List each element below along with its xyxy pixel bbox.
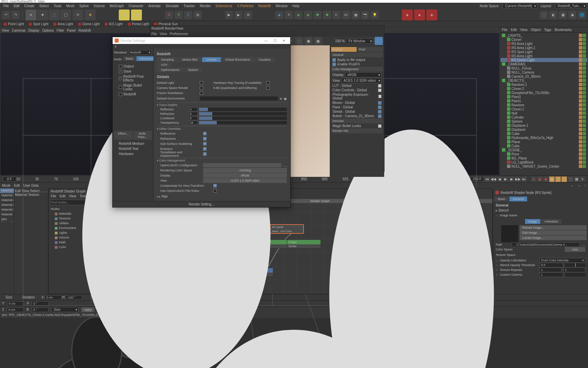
menu-select[interactable]: Select [37, 3, 51, 9]
basic-tab[interactable]: Basic [494, 197, 509, 201]
prev-key-icon[interactable]: ◀◀ [491, 177, 496, 182]
area-light-button[interactable]: Area Light [51, 22, 75, 26]
tree-item[interactable]: DryopterisFilix_72c1606c [501, 91, 587, 95]
rv-view[interactable]: View [160, 32, 167, 36]
play-icon[interactable]: ▶ [503, 177, 508, 182]
sgm-tools[interactable]: Tools [80, 194, 87, 198]
colmgmt-group[interactable]: Color Management [157, 159, 287, 162]
transparency-input[interactable]: 16 [189, 121, 198, 125]
goto-start-icon[interactable]: ⏮ [485, 177, 490, 182]
shader-node[interactable]: terisFilix_72c1606c_8K_Normal : TOut Col… [178, 246, 224, 255]
tag-icon[interactable]: 🏷 [342, 11, 350, 19]
rv-region-icon[interactable]: ▣ [305, 37, 313, 45]
ocio-field[interactable] [203, 163, 281, 167]
tree-group[interactable]: _OBJECTS_ [501, 78, 587, 82]
material-item[interactable]: Material.3 [0, 198, 14, 203]
transparency-slider[interactable] [199, 121, 287, 124]
apply-button[interactable]: Apply [81, 307, 95, 312]
tree-group[interactable]: _CAMERAS_ [501, 62, 587, 66]
frame-end[interactable]: 150 F [470, 177, 484, 182]
combined-slider[interactable] [199, 117, 287, 120]
b-input[interactable]: 0 ° [32, 307, 49, 312]
shader-node[interactable]: OutputSurfac [287, 240, 321, 248]
keymode1-icon[interactable]: ◆ [549, 177, 555, 182]
shader-node[interactable]: S DisplacemeTex Mi: Out [239, 268, 273, 277]
menu-tracker[interactable]: Tracker [181, 3, 197, 9]
portal-light-button[interactable]: Portal Light [126, 22, 151, 26]
om-bookmarks[interactable]: Bookmarks [555, 28, 572, 32]
om-edit[interactable]: Edit [511, 28, 517, 32]
tree-item[interactable]: Cloner [501, 37, 587, 42]
menu-file[interactable]: File [1, 3, 11, 9]
opacity-dropdown[interactable]: From Color Intensity [539, 258, 585, 263]
minimize-button[interactable]: — [262, 39, 271, 43]
om-object[interactable]: Object [531, 28, 541, 32]
key-icon[interactable]: ◆ [543, 177, 549, 182]
rv-pe-chk[interactable] [378, 95, 381, 98]
tree-group[interactable]: _SCENE_ [501, 148, 587, 152]
trace-depths-group[interactable]: Trace Depths [157, 103, 287, 107]
tree-item[interactable]: Displacer [501, 127, 587, 132]
menu-volume[interactable]: Volume [92, 3, 107, 9]
settings-tab[interactable]: Globals [202, 57, 221, 62]
point-light-button[interactable]: Point Light [1, 22, 26, 26]
next-key-icon[interactable]: ▶▶ [515, 177, 521, 182]
material-item[interactable]: Material.4 [0, 193, 14, 198]
scale-tool-icon[interactable]: ⬚ [49, 10, 60, 20]
refraction-slider[interactable] [199, 112, 287, 116]
menu-mograph[interactable]: MoGraph [108, 3, 126, 9]
rs-cube3-icon[interactable]: ◈ [426, 10, 437, 20]
tree-item[interactable]: Random.1 [501, 82, 587, 87]
material-item[interactable]: Material.2 [0, 203, 14, 208]
frame-start[interactable]: 0 F [3, 177, 16, 182]
field-icon[interactable]: ✱ [313, 11, 322, 19]
settings-tree-item[interactable]: Output [114, 64, 152, 69]
axis-x-icon[interactable]: X [165, 11, 173, 19]
combined-input[interactable]: 6 [189, 116, 198, 120]
tree-item[interactable]: RS Area Light.1 [501, 46, 587, 50]
defenv-eye-icon[interactable]: ◉ [284, 97, 287, 101]
nodelib-category[interactable]: Math [49, 240, 103, 245]
om-file[interactable]: File [502, 28, 507, 32]
sg-edit[interactable]: Edit [15, 189, 21, 193]
attr-up-icon[interactable]: ↑ [584, 184, 586, 187]
settings-tab[interactable]: Sampling [157, 57, 178, 62]
node-search[interactable]: Find Nodes... [50, 200, 101, 205]
shader-node[interactable]: S MateriaOut Color [256, 240, 290, 248]
sg-select[interactable]: Select [30, 189, 39, 193]
gamma-slider[interactable] [565, 273, 585, 276]
rv-cc-chk[interactable] [378, 89, 381, 92]
tree-item[interactable]: Displacer.1 [501, 123, 587, 127]
menu-spline[interactable]: Spline [77, 3, 91, 9]
add-icon[interactable]: ✚ [85, 10, 96, 20]
rv-denoise-section[interactable]: Denoise [331, 119, 383, 123]
display-value[interactable]: sRGB [203, 173, 287, 178]
autokey-icon[interactable]: ◉ [537, 177, 542, 182]
menu-animate[interactable]: Animate [146, 3, 163, 9]
tree-item[interactable]: Cube [501, 132, 587, 136]
material-item[interactable]: Material.5 [0, 188, 14, 193]
ov-refl-chk[interactable] [203, 132, 207, 135]
quant-chk[interactable] [266, 86, 270, 90]
shader-node[interactable]: terisFilix_72c1606c_8K_Translucency : TO… [178, 224, 231, 233]
tree-item[interactable]: NULL_Camera [501, 70, 587, 74]
x-input[interactable]: 0 cm [45, 295, 62, 300]
ies-light-button[interactable]: IES Light [102, 22, 125, 26]
frame-cur[interactable]: 150 F [456, 177, 470, 182]
rv-file[interactable]: File [151, 32, 157, 36]
workplane-icon[interactable]: ▦ [131, 10, 142, 20]
redo-icon[interactable]: ↷ [12, 11, 20, 19]
render-icon[interactable]: ▶ [225, 11, 233, 19]
settings-tab[interactable]: Optimizations [157, 67, 184, 72]
tree-item[interactable]: Sphere [501, 119, 587, 123]
move-tool-icon[interactable]: ✥ [37, 10, 48, 20]
tree-item[interactable]: Floor [501, 152, 587, 156]
rv-rinfo-section[interactable]: Render Info [331, 128, 383, 133]
deformer-icon[interactable]: ◈ [304, 11, 312, 19]
multipass-button[interactable]: Multi-Pass... [133, 131, 152, 140]
effect-button[interactable]: Effect... [114, 131, 133, 140]
menu-render[interactable]: Render [198, 3, 213, 9]
xray-icon[interactable]: ◉ [568, 11, 576, 19]
material-item[interactable]: plex Material [0, 217, 14, 222]
shader-node[interactable]: RS SpriteInput : Out Color [270, 224, 304, 234]
